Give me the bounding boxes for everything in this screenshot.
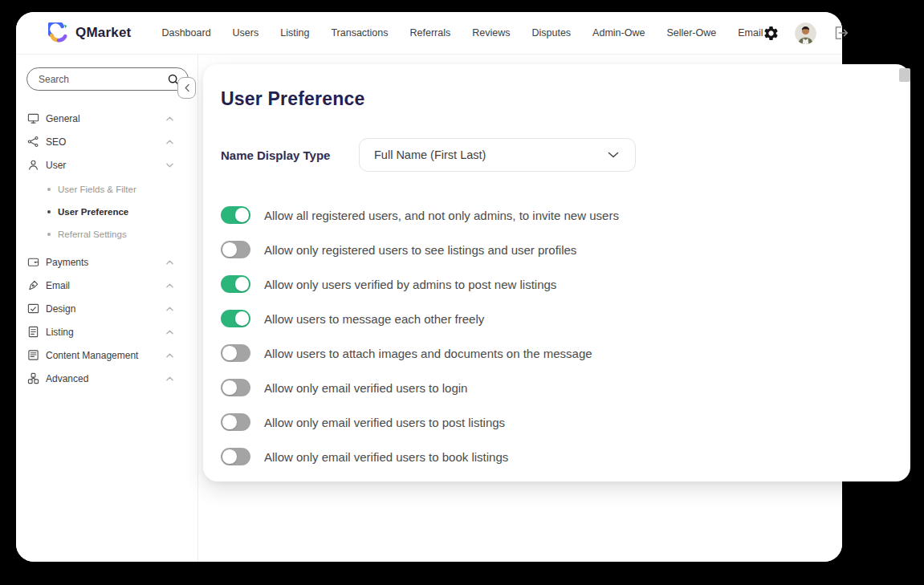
sidebar-item-user[interactable]: User <box>16 153 197 177</box>
toggle-label: Allow all registered users, and not only… <box>264 209 619 222</box>
scrollbar-thumb[interactable] <box>899 68 910 82</box>
toggle-list: Allow all registered users, and not only… <box>221 206 886 465</box>
name-display-type-label: Name Display Type <box>221 148 359 162</box>
logout-icon <box>832 24 849 42</box>
chevron-up-icon <box>166 116 173 121</box>
name-display-row: Name Display Type Full Name (First Last) <box>221 138 886 172</box>
pen-icon <box>27 279 39 291</box>
toggle-row: Allow users to attach images and documen… <box>221 344 886 362</box>
toggle-label: Allow only users verified by admins to p… <box>264 278 556 291</box>
nav-item-email[interactable]: Email <box>738 27 763 39</box>
toggle-switch-allow-only-email-verified-users-to-post-[interactable] <box>221 413 250 431</box>
sidebar-item-content-management[interactable]: Content Management <box>16 343 197 367</box>
search-input[interactable] <box>39 74 167 85</box>
sidebar-item-advanced[interactable]: Advanced <box>16 367 197 390</box>
chevron-down-icon <box>166 163 173 168</box>
sidebar-collapse-button[interactable] <box>177 77 196 99</box>
toggle-knob <box>235 311 250 326</box>
toggle-switch-allow-only-email-verified-users-to-book-[interactable] <box>221 448 250 465</box>
gear-icon <box>763 25 779 42</box>
toggle-knob <box>222 415 237 429</box>
sidebar-item-label: User <box>46 160 160 171</box>
page-title: User Preference <box>221 87 886 111</box>
sidebar-item-payments[interactable]: Payments <box>16 250 197 274</box>
brand-name: QMarket <box>75 25 131 41</box>
nav-item-referrals[interactable]: Referrals <box>409 27 450 39</box>
sidebar-item-label: SEO <box>46 136 160 148</box>
chevron-up-icon <box>166 260 173 265</box>
nav-item-seller-owe[interactable]: Seller-Owe <box>666 27 716 39</box>
toggle-switch-allow-users-to-attach-images-and-documen[interactable] <box>221 344 250 362</box>
toggle-row: Allow all registered users, and not only… <box>221 206 886 224</box>
listing-icon <box>27 326 39 338</box>
toggle-switch-allow-only-email-verified-users-to-login[interactable] <box>221 379 250 396</box>
dropdown-selected-value: Full Name (First Last) <box>374 148 486 161</box>
nav-item-users[interactable]: Users <box>233 27 259 39</box>
toggle-knob <box>222 346 237 360</box>
toggle-label: Allow only email verified users to post … <box>264 416 505 429</box>
toggle-row: Allow only email verified users to book … <box>221 448 886 465</box>
sidebar-subitem-user-fields-filter[interactable]: User Fields & Filter <box>16 178 197 201</box>
chevron-up-icon <box>166 376 173 381</box>
toggle-knob <box>222 449 237 464</box>
logout-button[interactable] <box>832 24 849 42</box>
nav-right <box>763 22 849 44</box>
nav-items: DashboardUsersListingTransactionsReferra… <box>161 27 763 39</box>
toggle-row: Allow only email verified users to login <box>221 379 886 396</box>
sidebar-item-email[interactable]: Email <box>16 274 197 297</box>
toggle-label: Allow only email verified users to book … <box>264 450 508 464</box>
toggle-knob <box>235 277 250 291</box>
toggle-switch-allow-users-to-message-each-other-freely[interactable] <box>221 310 250 327</box>
toggle-row: Allow only registered users to see listi… <box>221 241 886 258</box>
sidebar-subitem-label: User Fields & Filter <box>58 185 136 194</box>
nav-item-reviews[interactable]: Reviews <box>472 27 510 39</box>
sidebar-item-label: Email <box>46 280 160 291</box>
chevron-left-icon <box>184 83 190 92</box>
name-display-type-select[interactable]: Full Name (First Last) <box>359 138 636 172</box>
sidebar-sublist-user: User Fields & FilterUser PreferenceRefer… <box>16 178 197 246</box>
sidebar-item-label: Content Management <box>46 350 160 361</box>
advanced-icon <box>27 372 39 384</box>
sidebar-item-label: General <box>46 113 160 124</box>
sidebar-subitem-label: User Preference <box>58 207 128 217</box>
top-navbar: QMarket DashboardUsersListingTransaction… <box>16 12 842 55</box>
sidebar-item-design[interactable]: Design <box>16 297 197 320</box>
nav-item-dashboard[interactable]: Dashboard <box>161 27 210 39</box>
sidebar-item-label: Advanced <box>46 373 160 384</box>
sidebar-menu: GeneralSEOUserUser Fields & FilterUser P… <box>16 104 197 390</box>
search-box <box>26 67 189 91</box>
nav-item-disputes[interactable]: Disputes <box>531 27 571 39</box>
toggle-row: Allow only users verified by admins to p… <box>221 275 886 293</box>
chevron-up-icon <box>166 307 173 311</box>
screenshot-root: QMarket DashboardUsersListingTransaction… <box>0 0 924 585</box>
toggle-row: Allow only email verified users to post … <box>221 413 886 431</box>
user-preference-panel: User Preference Name Display Type Full N… <box>203 64 910 481</box>
seo-icon <box>27 136 39 148</box>
bullet-icon <box>47 188 51 191</box>
qmarket-logo-icon <box>48 22 69 43</box>
sidebar-item-listing[interactable]: Listing <box>16 320 197 343</box>
toggle-knob <box>222 380 237 395</box>
toggle-switch-allow-all-registered-users-and-not-only-[interactable] <box>221 206 250 224</box>
nav-item-transactions[interactable]: Transactions <box>331 27 388 39</box>
sidebar-subitem-user-preference[interactable]: User Preference <box>16 201 197 223</box>
sidebar-item-seo[interactable]: SEO <box>16 130 197 153</box>
chevron-up-icon <box>166 140 173 144</box>
sidebar-subitem-referral-settings[interactable]: Referral Settings <box>16 223 197 246</box>
monitor-icon <box>27 112 39 124</box>
sidebar-item-general[interactable]: General <box>16 107 197 130</box>
toggle-switch-allow-only-users-verified-by-admins-to-p[interactable] <box>221 275 250 293</box>
sidebar: GeneralSEOUserUser Fields & FilterUser P… <box>16 55 198 562</box>
brand[interactable]: QMarket <box>48 22 131 43</box>
avatar[interactable] <box>795 22 816 44</box>
sidebar-item-label: Listing <box>46 327 160 338</box>
settings-button[interactable] <box>763 25 779 42</box>
sidebar-item-label: Design <box>46 303 160 315</box>
sidebar-subitem-label: Referral Settings <box>58 230 127 239</box>
toggle-row: Allow users to message each other freely <box>221 310 886 327</box>
toggle-switch-allow-only-registered-users-to-see-listi[interactable] <box>221 241 250 258</box>
wallet-icon <box>27 256 39 268</box>
nav-item-listing[interactable]: Listing <box>280 27 309 39</box>
design-icon <box>27 303 39 315</box>
nav-item-admin-owe[interactable]: Admin-Owe <box>592 27 645 39</box>
